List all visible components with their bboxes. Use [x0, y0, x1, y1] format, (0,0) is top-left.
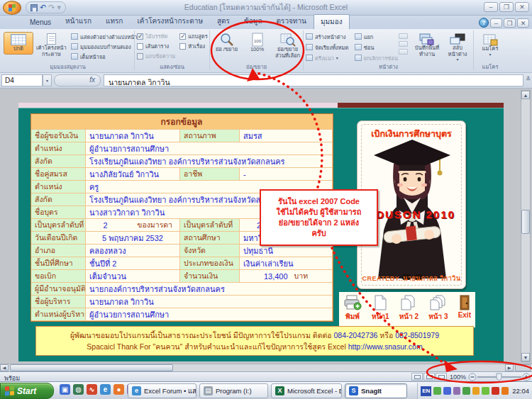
tab-view[interactable]: มุมมอง [314, 14, 350, 29]
page1-button[interactable]: หน้า1 [372, 295, 389, 322]
minimize-button[interactable] [484, 2, 498, 12]
language-indicator[interactable]: EN [421, 386, 431, 396]
show-desktop-icon[interactable]: ▣ [60, 384, 70, 395]
switch-windows-button[interactable]: สลับ หน้าต่าง ▾ [443, 32, 472, 64]
tab-insert[interactable]: แทรก [99, 13, 130, 29]
tray-icon-6[interactable] [482, 387, 489, 395]
save-icon[interactable] [31, 4, 38, 11]
formula-bar-checkbox[interactable]: แถบสูตร [179, 32, 208, 40]
page-layout-view-button[interactable]: เค้าโครงหน้ากระดาษ [33, 32, 70, 59]
redo-icon[interactable]: ↷ [48, 4, 55, 11]
page-break-preview-button[interactable]: แสดงตัวอย่างตัวแบ่งหน้า [71, 32, 133, 41]
formula-bar-expand-icon[interactable] [526, 76, 531, 82]
horizontal-scrollbar[interactable]: ◀ ▶ [0, 364, 532, 371]
page2-button[interactable]: หน้า 2 [399, 295, 419, 322]
headings-checkbox[interactable]: หัวเรื่อง [179, 42, 208, 50]
zoom-button[interactable]: ย่อ /ขยาย [212, 32, 241, 59]
tab-home[interactable]: หน้าแรก [58, 13, 99, 29]
arrange-all-button[interactable]: จัดเรียงทั้งหมด [306, 43, 352, 52]
scroll-right-icon[interactable]: ▶ [505, 364, 514, 371]
new-window-button[interactable]: สร้างหน้าต่าง [306, 32, 352, 41]
tab-menus[interactable]: Menus [23, 16, 58, 29]
form-value-cell[interactable]: นายกองค์การบริหารส่วนจังหวัดสกลนคร [86, 283, 333, 296]
zoom-selection-button[interactable]: ย่อ/ขยาย ส่วนที่เลือก [273, 32, 302, 59]
tray-icon-4[interactable] [462, 387, 470, 395]
vertical-scroll-thumb[interactable] [521, 210, 530, 234]
form-value-cell[interactable]: โรงเรียนภูดินแดงวิทยา องค์การบริหารส่วนจ… [86, 155, 333, 168]
scroll-up-icon[interactable]: ▲ [521, 91, 530, 99]
view-side-by-side-icon[interactable] [399, 33, 408, 39]
tray-icon-8[interactable] [501, 387, 509, 395]
page3-button[interactable]: หน้า 3 [428, 295, 448, 322]
form-value-cell[interactable]: ปทุมธานี [240, 245, 333, 257]
task-excel-forum[interactable]: e Excel Forum • แสด... [128, 383, 196, 398]
custom-views-button[interactable]: มุมมองแบบกำหนดเอง [71, 42, 133, 51]
tab-review[interactable]: ตรวจทาน [270, 13, 314, 29]
task-program-drive[interactable]: ▤ Program (I:) [199, 383, 268, 398]
insert-function-button[interactable] [54, 74, 101, 86]
form-value-cell[interactable]: 13,400 บาท [240, 270, 333, 283]
page-layout-shortcut[interactable] [423, 373, 435, 381]
exit-button[interactable]: Exit [458, 295, 471, 319]
office-button[interactable] [3, 1, 21, 15]
save-workspace-button[interactable]: บันทึกพื้นที่ทำงาน [411, 32, 443, 64]
name-box[interactable]: D4 [1, 74, 43, 86]
tab-data[interactable]: ข้อมูล [237, 13, 270, 29]
message-bar-checkbox[interactable]: แถบข้อความ [137, 52, 175, 60]
form-value-cell[interactable]: ผู้อำนวยการสถานศึกษา [86, 142, 333, 155]
scroll-down-icon[interactable]: ▼ [521, 353, 530, 361]
normal-view-shortcut[interactable] [411, 373, 423, 381]
form-value-cell[interactable]: คลองหลวง [86, 245, 180, 257]
start-button[interactable]: Start [0, 383, 54, 399]
horizontal-scroll-thumb[interactable] [10, 364, 173, 371]
vertical-scrollbar[interactable]: ▲ ▼ [521, 90, 531, 362]
undo-icon[interactable]: ↶ [40, 4, 46, 11]
workbook-minimize-button[interactable] [490, 18, 502, 28]
form-value-cell[interactable]: - [240, 168, 333, 181]
full-screen-button[interactable]: เต็มหน้าจอ [71, 52, 133, 61]
print-button[interactable]: พิมพ์ [343, 295, 362, 322]
gridlines-checkbox[interactable]: เส้นตาราง [137, 42, 175, 50]
form-value-cell[interactable]: สมรส [240, 130, 333, 142]
tray-icon-1[interactable] [433, 387, 441, 395]
tray-icon-5[interactable] [472, 387, 480, 395]
workbook-restore-button[interactable] [504, 18, 516, 28]
unhide-button[interactable]: ยกเลิกการซ่อน [355, 53, 396, 62]
internet-explorer-icon[interactable]: e [100, 384, 111, 395]
task-microsoft-excel[interactable]: X Microsoft Excel - Ed... [271, 383, 342, 398]
close-button[interactable] [515, 2, 529, 12]
ruler-checkbox[interactable]: ไม้บรรทัด [137, 32, 175, 40]
globe-browser-icon[interactable]: ◍ [73, 384, 84, 395]
name-box-dropdown-icon[interactable] [43, 74, 52, 86]
qat-dropdown-icon[interactable]: ▾ [57, 4, 61, 11]
quicklaunch-icon-3[interactable]: ∿ [87, 384, 97, 395]
form-value-cell[interactable]: ผู้อำนวยการสถานศึกษา [86, 308, 333, 321]
formula-input[interactable]: นายนภาดล วิกาวิน [104, 74, 523, 86]
hide-button[interactable]: ซ่อน [355, 43, 396, 52]
synchronous-scrolling-icon[interactable] [399, 41, 408, 47]
form-value-cell[interactable]: เงินค่าเล่าเรียน [240, 257, 333, 270]
form-value-cell[interactable]: นางภิลัยวัณย์ วิกาวิน [86, 168, 180, 181]
help-icon[interactable] [479, 18, 489, 28]
zoom-100-button[interactable]: 100 100% [243, 32, 272, 59]
tray-icon-2[interactable] [443, 387, 451, 395]
workbook-close-button[interactable] [517, 18, 529, 28]
macros-button[interactable]: แมโคร ▾ [476, 32, 504, 59]
zoom-slider[interactable] [468, 373, 531, 381]
restore-button[interactable] [499, 2, 514, 12]
quicklaunch-icon-5[interactable]: ● [113, 384, 124, 395]
scrollbar-resize-handle[interactable] [515, 364, 531, 371]
tab-page-layout[interactable]: เค้าโครงหน้ากระดาษ [130, 13, 210, 29]
form-value-cell[interactable]: 5 พฤษภาคม 2532 [86, 232, 180, 245]
freeze-panes-button[interactable]: ตรึงแนว ▾ [306, 53, 352, 62]
reset-window-position-icon[interactable] [399, 49, 408, 55]
form-value-cell[interactable]: 2 ของมารดา [86, 219, 180, 232]
tab-formulas[interactable]: สูตร [210, 13, 237, 29]
form-value-cell[interactable]: ชั้นปีที่ 2 [86, 257, 180, 270]
scroll-left-icon[interactable]: ◀ [0, 364, 9, 371]
form-value-cell[interactable]: นายนภาดล วิกาวิน [86, 130, 180, 142]
tray-icon-7[interactable] [492, 387, 499, 395]
page-break-shortcut[interactable] [436, 373, 447, 381]
form-value-cell[interactable]: เต็มจำนวน [86, 270, 180, 283]
form-value-cell[interactable]: นายนภาดล วิกาวิน [86, 296, 333, 308]
